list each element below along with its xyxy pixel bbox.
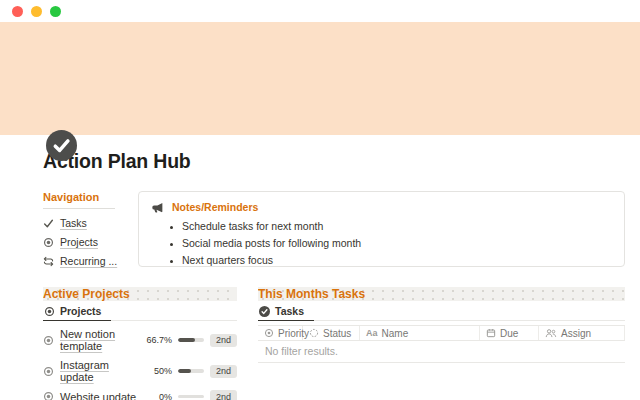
column-header-name[interactable]: Aa Name (360, 326, 480, 340)
progress-percent: 66.7% (142, 335, 172, 345)
zoom-window-button[interactable] (50, 6, 61, 17)
navigation-heading: Navigation (43, 191, 128, 203)
check-circle-icon (259, 306, 270, 317)
tasks-table-header: Priority Status Aa Name Due (258, 325, 625, 341)
rank-badge: 2nd (210, 365, 237, 378)
column-header-assign[interactable]: Assign (539, 326, 625, 340)
close-window-button[interactable] (12, 6, 23, 17)
check-circle-page-icon[interactable] (46, 130, 77, 161)
column-label: Assign (561, 328, 591, 339)
target-icon (43, 391, 54, 400)
callout-bullet: Schedule tasks for next month (182, 220, 612, 232)
progress-percent: 0% (142, 392, 172, 400)
minimize-window-button[interactable] (31, 6, 42, 17)
project-row: New notion template 66.7% 2nd (43, 328, 237, 352)
nav-link-tasks[interactable]: Tasks (43, 217, 128, 229)
rank-badge: 2nd (210, 390, 237, 400)
tab-tasks[interactable]: Tasks (258, 305, 314, 321)
megaphone-icon (151, 202, 164, 213)
column-label: Name (382, 328, 409, 339)
window-titlebar (0, 0, 640, 22)
column-header-priority[interactable]: Priority (258, 326, 303, 340)
active-projects-section: Active Projects Projects New notion temp… (43, 287, 237, 400)
repeat-icon (43, 256, 54, 267)
rank-badge: 2nd (210, 334, 237, 347)
people-icon (545, 328, 557, 338)
tasks-tabbar: Tasks (258, 305, 625, 321)
column-header-due[interactable]: Due (480, 326, 539, 340)
nav-link-label: Tasks (60, 217, 87, 229)
active-projects-heading: Active Projects (43, 287, 237, 301)
callout-bullet: Social media posts for following month (182, 237, 612, 249)
tab-label: Tasks (275, 305, 304, 317)
check-icon (43, 218, 54, 229)
callout-bullet: Next quarters focus (182, 254, 612, 266)
project-page-link[interactable]: Instagram update (60, 359, 142, 383)
target-icon (44, 306, 55, 317)
navigation-section: Navigation Tasks Projects Recurring ... (43, 191, 128, 274)
text-icon: Aa (366, 328, 378, 338)
column-label: Status (323, 328, 351, 339)
progress-bar (178, 395, 204, 399)
page-content: Action Plan Hub Navigation Tasks Project… (43, 150, 625, 400)
nav-link-recurring[interactable]: Recurring ... (43, 255, 128, 267)
callout-title: Notes/Reminders (172, 201, 258, 213)
this-months-tasks-heading: This Months Tasks (258, 287, 625, 301)
target-icon (43, 335, 54, 346)
column-label: Due (500, 328, 518, 339)
column-header-status[interactable]: Status (303, 326, 360, 340)
select-icon (264, 328, 274, 338)
nav-link-projects[interactable]: Projects (43, 236, 128, 248)
project-page-link[interactable]: Website update (60, 391, 142, 400)
progress-percent: 50% (142, 366, 172, 376)
target-icon (43, 237, 54, 248)
project-row: Website update 0% 2nd (43, 390, 237, 400)
projects-tabbar: Projects (43, 305, 237, 321)
this-months-tasks-section: This Months Tasks Tasks Priority (258, 287, 625, 400)
page-title: Action Plan Hub (43, 150, 625, 173)
tab-label: Projects (60, 305, 101, 317)
project-page-link[interactable]: New notion template (60, 328, 142, 352)
notes-reminders-callout: Notes/Reminders Schedule tasks for next … (138, 191, 625, 267)
callout-bullet-list: Schedule tasks for next month Social med… (151, 220, 612, 266)
progress-bar (178, 338, 204, 342)
target-icon (43, 366, 54, 377)
progress-bar (178, 369, 204, 373)
nav-link-label: Projects (60, 236, 98, 248)
project-row: Instagram update 50% 2nd (43, 359, 237, 383)
page-cover[interactable] (0, 22, 640, 135)
calendar-icon (486, 328, 496, 338)
tab-projects[interactable]: Projects (43, 305, 111, 321)
no-filter-results-message: No filter results. (258, 341, 625, 363)
status-icon (309, 328, 319, 338)
nav-link-label: Recurring ... (60, 255, 117, 267)
divider (43, 208, 115, 209)
